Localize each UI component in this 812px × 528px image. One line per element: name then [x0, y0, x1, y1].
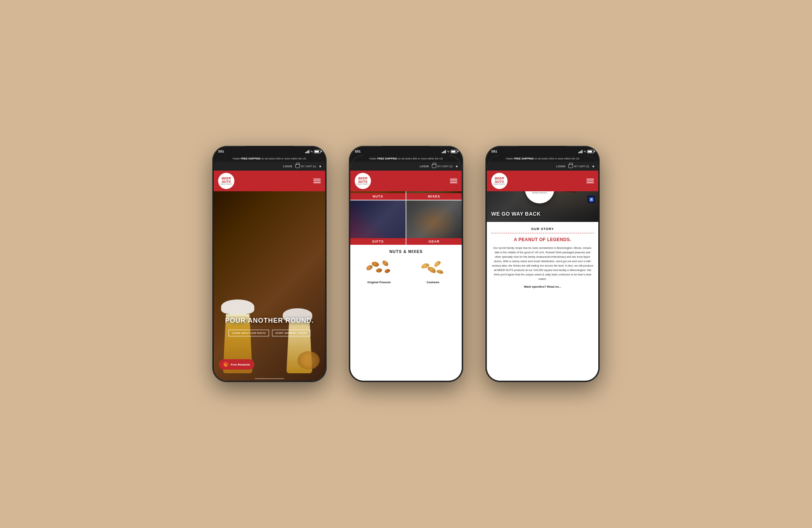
logo-2[interactable]: BEER NUTS BRAND SNACKS: [355, 173, 371, 189]
p3-sub-title: A PEANUT OF LEGENDS.: [491, 237, 594, 242]
login-link-3[interactable]: LOGIN: [556, 165, 565, 168]
hero-buttons-1: LEARN ABOUT OUR ROOTS START SHOPPIN', CH…: [214, 330, 325, 336]
phone-screen-2: Faster FREE SHIPPING on all orders $40 o…: [350, 155, 462, 381]
search-icon-3[interactable]: ●: [592, 164, 595, 168]
gifts-label: GIFTS: [350, 238, 406, 245]
nuts-mixes-section: NUTS & MIXES Original Peanuts: [350, 245, 462, 288]
logo-sub-2: BRAND SNACKS: [357, 184, 369, 185]
hamburger-icon-3[interactable]: [586, 179, 594, 183]
search-icon-2[interactable]: ●: [455, 164, 458, 168]
nuts-mixes-title: NUTS & MIXES: [354, 249, 458, 254]
search-icon-1[interactable]: ●: [319, 164, 321, 168]
status-model-1: S51: [218, 150, 224, 153]
wifi-icon-1: ∿: [310, 150, 313, 153]
cashews-image: [418, 258, 448, 278]
status-icons-3: ∿: [578, 150, 594, 153]
phone-screen-3: Faster FREE SHIPPING on all orders $40 o…: [487, 155, 598, 381]
status-icons-2: ∿: [442, 150, 457, 153]
p3-divider: [491, 233, 594, 233]
phone-3: S51 ∿ Faster FREE SHIPPING on all orders…: [485, 146, 600, 382]
status-model-3: S51: [491, 150, 497, 153]
phone-notch-2: [382, 146, 430, 155]
logo-sub-3: BRAND SNACKS: [493, 184, 505, 185]
peanut-3: [376, 268, 382, 273]
nav-bar-3: LOGIN MY CART (0) ●: [487, 162, 598, 171]
phone1-header: Faster FREE SHIPPING on all orders $40 o…: [214, 155, 325, 191]
cashew-4: [436, 269, 444, 274]
phone2-screen: Faster FREE SHIPPING on all orders $40 o…: [350, 155, 462, 381]
battery-icon-1: [314, 150, 321, 153]
cart-icon-2: [432, 164, 436, 168]
phone-bottom-bar-2: [391, 378, 421, 379]
login-link-1[interactable]: LOGIN: [283, 165, 292, 168]
cashew-3: [433, 260, 441, 268]
nuts-label: NUTS: [350, 193, 406, 200]
shipping-bar-3: Faster FREE SHIPPING on all orders $40 o…: [487, 155, 598, 162]
phone-bottom-bar-3: [528, 378, 557, 379]
battery-icon-2: [451, 150, 457, 153]
rewards-label: Free Rewards: [231, 363, 250, 366]
peanuts-name: Original Peanuts: [367, 281, 391, 284]
hero-btn-roots[interactable]: LEARN ABOUT OUR ROOTS: [228, 330, 269, 336]
status-model-2: S51: [355, 150, 361, 153]
product-cashews[interactable]: Cashews: [408, 258, 458, 284]
p3-hero-title: WE GO WAY BACK: [491, 211, 541, 217]
phone-notch-1: [245, 146, 293, 155]
wifi-icon-2: ∿: [447, 150, 450, 153]
peanut-4: [381, 260, 389, 267]
hamburger-icon-1[interactable]: [313, 179, 321, 183]
shipping-bar-1: Faster FREE SHIPPING on all orders $40 o…: [214, 155, 325, 162]
accessibility-icon[interactable]: ♿: [587, 195, 595, 203]
brand-bar-1: BEER NUTS BRAND SNACKS: [214, 171, 325, 191]
cart-nav-3[interactable]: MY CART (0): [568, 164, 589, 168]
hero-title-1: POUR ANOTHER ROUND.: [214, 317, 325, 325]
signal-bars-1: [305, 150, 309, 153]
p3-story-text: Our secret family recipe has its roots s…: [491, 246, 594, 281]
hero-content-1: POUR ANOTHER ROUND. LEARN ABOUT OUR ROOT…: [214, 317, 325, 336]
phone-1: S51 ∿: [212, 146, 327, 382]
phone-screen-1: Faster FREE SHIPPING on all orders $40 o…: [214, 155, 325, 381]
products-row: Original Peanuts Cashews: [354, 258, 458, 284]
phone1-screen: Faster FREE SHIPPING on all orders $40 o…: [214, 155, 325, 381]
phone-2: S51 ∿ Faster FREE SHIPPING on all orders…: [349, 146, 463, 382]
login-link-2[interactable]: LOGIN: [420, 165, 429, 168]
phone-notch-3: [519, 146, 567, 155]
phone3-screen: Faster FREE SHIPPING on all orders $40 o…: [487, 155, 598, 381]
hero-btn-shop[interactable]: START SHOPPIN', CHAMP: [272, 330, 310, 336]
grid-item-gifts[interactable]: GIFTS: [350, 200, 406, 245]
gear-label: GEAR: [406, 238, 462, 245]
status-icons-1: ∿: [305, 150, 321, 153]
p3-read-more[interactable]: Want specifics? Read on...: [491, 285, 594, 288]
grid-item-gear[interactable]: GEAR: [406, 200, 462, 245]
hamburger-icon-2[interactable]: [450, 179, 457, 183]
signal-bars-2: [442, 150, 446, 153]
cart-nav-1[interactable]: MY CART (0): [295, 164, 316, 168]
phone3-header: Faster FREE SHIPPING on all orders $40 o…: [487, 155, 598, 191]
peanuts-image: [364, 258, 394, 278]
gift-icon: 🎁: [223, 362, 229, 367]
product-peanuts[interactable]: Original Peanuts: [354, 258, 404, 284]
cart-icon-3: [568, 164, 573, 168]
cart-nav-2[interactable]: MY CART (0): [432, 164, 453, 168]
nav-items-2: LOGIN MY CART (0) ●: [420, 164, 458, 168]
brand-bar-2: BEER NUTS BRAND SNACKS: [350, 171, 462, 191]
peanut-5: [384, 268, 391, 274]
nav-items-3: LOGIN MY CART (0) ●: [556, 164, 595, 168]
peanuts-visual: [297, 351, 320, 370]
cart-icon-1: [295, 164, 300, 168]
shipping-bar-2: Faster FREE SHIPPING on all orders $40 o…: [350, 155, 462, 162]
wifi-icon-3: ∿: [584, 150, 586, 153]
battery-icon-3: [587, 150, 594, 153]
logo-sub-1: BRAND SNACKS: [220, 184, 232, 185]
mixes-label: MIXES: [406, 193, 462, 200]
cart-label-3: MY CART (0): [574, 165, 589, 168]
p3-story-content: OUR STORY A PEANUT OF LEGENDS. Our secre…: [487, 222, 598, 294]
free-rewards-btn[interactable]: 🎁 Free Rewards: [219, 359, 254, 370]
cashews-name: Cashews: [427, 281, 440, 284]
p3-story-label: OUR STORY: [491, 227, 594, 231]
logo-3[interactable]: BEER NUTS BRAND SNACKS: [491, 173, 508, 189]
nav-bar-1: LOGIN MY CART (0) ●: [214, 162, 325, 171]
logo-1[interactable]: BEER NUTS BRAND SNACKS: [218, 173, 234, 189]
signal-bars-3: [578, 150, 582, 153]
cart-label-2: MY CART (0): [437, 165, 453, 168]
